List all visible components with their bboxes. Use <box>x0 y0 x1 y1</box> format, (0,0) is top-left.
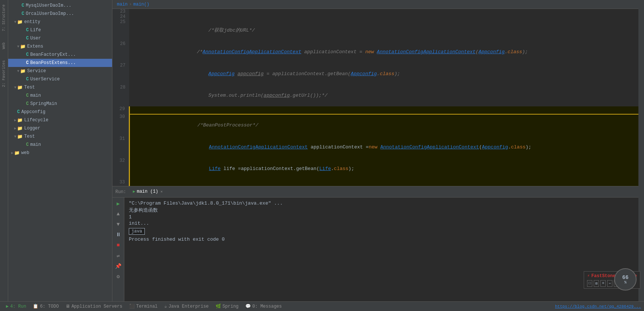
run-restart-btn[interactable]: ▶ <box>114 199 123 208</box>
stop-btn[interactable]: ■ <box>114 241 123 250</box>
code-line-28: 28 System.out.println(appconfig.getUrl()… <box>112 85 638 107</box>
fs-icon-4[interactable]: ✂ <box>607 280 612 287</box>
tree-item-test2[interactable]: ▼ 📁 Test <box>8 132 112 141</box>
tree-item-mysqlUserDaoImpl[interactable]: C MysqlUserDaoIm... <box>8 1 112 10</box>
status-run-btn[interactable]: ▶ 4: Run <box>3 302 29 311</box>
code-line-33: 33 System.out.println(life.getName()); <box>112 180 638 186</box>
tree-item-orcalUserDaoImpl[interactable]: C OrcalUserDaoImp... <box>8 10 112 18</box>
zoom-unit: % <box>624 280 627 285</box>
pause-btn[interactable]: ⏸ <box>114 230 123 239</box>
tab-icon: ▶ <box>133 189 136 194</box>
class-icon: C <box>26 60 29 65</box>
tree-item-logger[interactable]: ▶ 📁 Logger <box>8 124 112 132</box>
fs-icon-1[interactable]: □ <box>587 280 592 287</box>
class-icon: C <box>26 28 29 33</box>
status-spring-btn[interactable]: 🌿 Spring <box>213 302 242 311</box>
todo-icon: 📋 <box>33 304 38 309</box>
left-tabs: 7: Structure Web 2: Favorites <box>0 0 8 301</box>
spring-icon: 🌿 <box>216 304 221 309</box>
output-no-constructor: 无参构造函数 <box>129 207 634 214</box>
code-line-29: 29 <box>112 106 638 114</box>
expand-arrow: ▼ <box>17 45 19 49</box>
code-line-31: 31 AnnotationConfigApplicationContext ap… <box>112 136 638 158</box>
run-toolbar: ▶ ▲ ▼ ⏸ ■ ⇌ 📌 ⚙ <box>112 198 124 301</box>
scroll-down-btn[interactable]: ▼ <box>114 220 123 229</box>
class-icon: C <box>22 3 24 8</box>
zoom-value: 66 <box>622 275 629 280</box>
status-url[interactable]: https://blog.csdn.net/qq_4286429... <box>555 304 641 309</box>
run-tab-main[interactable]: ▶ main (1) ✕ <box>129 186 166 198</box>
status-left: ▶ 4: Run 📋 6: TODO 🖥 Application Servers… <box>3 302 555 311</box>
class-g-icon: C <box>26 142 29 147</box>
tree-item-service[interactable]: ▼ 📁 Service <box>8 67 112 75</box>
code-line-30: 30 /*BeanPostProcessor*/ <box>112 114 638 137</box>
status-right: https://blog.csdn.net/qq_4286429... <box>555 304 641 309</box>
scroll-up-btn[interactable]: ▲ <box>114 209 123 218</box>
class-icon: C <box>26 52 29 57</box>
main-area: 7: Structure Web 2: Favorites C MysqlUse… <box>0 0 644 301</box>
status-bar: ▶ 4: Run 📋 6: TODO 🖥 Application Servers… <box>0 301 644 311</box>
class-g-icon: C <box>26 93 29 98</box>
settings-btn[interactable]: ⚙ <box>114 272 123 281</box>
code-line-25: 25 /*获取jdbc的URL*/ <box>112 19 638 41</box>
folder-icon: 📁 <box>17 85 23 90</box>
tree-item-appconfig[interactable]: C Appconfig <box>8 108 112 116</box>
class-g-icon: C <box>26 101 29 106</box>
expand-arrow: ▶ <box>14 126 16 131</box>
terminal-icon: ⬛ <box>129 304 135 309</box>
code-line-26: 26 /*AnnotationConfigApplicationContext … <box>112 41 638 63</box>
tree-item-life[interactable]: C Life <box>8 26 112 34</box>
tree-item-beanFactory[interactable]: C BeanFactoryExt... <box>8 51 112 59</box>
app-servers-icon: 🖥 <box>66 304 70 309</box>
code-line-23: 23 <box>112 9 638 14</box>
tree-item-main2[interactable]: C main <box>8 141 112 149</box>
tree-item-lifecycle[interactable]: ▶ 📁 Lifecycle <box>8 116 112 124</box>
project-panel: C MysqlUserDaoIm... C OrcalUserDaoImp...… <box>8 0 112 301</box>
class-icon: C <box>26 36 29 41</box>
editor-area: main › main() 23 24 <box>112 0 638 301</box>
output-num: 1 <box>129 214 634 220</box>
tree-item-springMain[interactable]: C SpringMain <box>8 100 112 108</box>
expand-arrow: ▼ <box>17 69 19 73</box>
java-badge: java <box>129 228 145 235</box>
fs-icon-3[interactable]: ≡ <box>600 280 606 287</box>
tree-item-entity[interactable]: ▼ 📁 entity <box>8 18 112 26</box>
structure-tab[interactable]: 7: Structure <box>2 4 6 31</box>
status-terminal-btn[interactable]: ⬛ Terminal <box>126 302 161 311</box>
web-tab[interactable]: Web <box>2 42 6 49</box>
run-label: Run: <box>115 189 126 195</box>
class-icon: C <box>22 11 24 16</box>
status-todo-btn[interactable]: 📋 6: TODO <box>30 302 61 311</box>
expand-arrow: ▼ <box>14 86 16 90</box>
tree-item-user[interactable]: C User <box>8 34 112 42</box>
run-output: "C:\Program Files\Java\jdk1.8.0_171\bin\… <box>124 198 638 301</box>
folder-icon: 📁 <box>20 44 26 49</box>
close-tab-btn[interactable]: ✕ <box>160 189 163 194</box>
wrap-btn[interactable]: ⇌ <box>114 251 123 260</box>
breadcrumb-main[interactable]: main <box>117 2 128 7</box>
class-icon: C <box>26 77 29 82</box>
status-messages-btn[interactable]: 💬 0: Messages <box>242 302 285 311</box>
right-scrollbar[interactable] <box>638 0 644 301</box>
tree-item-userService[interactable]: C UserService <box>8 75 112 83</box>
pin-btn[interactable]: 📌 <box>114 262 123 270</box>
tree-item-extens[interactable]: ▼ 📁 Extens <box>8 42 112 51</box>
tree-item-beanPostExtens[interactable]: C BeanPostExtens... <box>8 59 112 67</box>
code-editor[interactable]: 23 24 25 /*获取jdbc的URL*/ <box>112 9 638 186</box>
favorites-tab[interactable]: 2: Favorites <box>2 60 6 87</box>
fs-icon-2[interactable]: ⊞ <box>594 280 599 287</box>
status-java-enterprise-btn[interactable]: ☕ Java Enterprise <box>161 302 211 311</box>
code-line-27: 27 Appconfig appconfig = applicationCont… <box>112 63 638 85</box>
messages-icon: 💬 <box>245 304 251 309</box>
folder-icon: 📁 <box>17 126 23 131</box>
tree-item-test1[interactable]: ▼ 📁 Test <box>8 83 112 92</box>
tree-item-main[interactable]: C main <box>8 92 112 100</box>
output-cmd: "C:\Program Files\Java\jdk1.8.0_171\bin\… <box>129 201 634 206</box>
tree-item-web[interactable]: ▶ 📁 web <box>8 149 112 157</box>
run-tabs: Run: ▶ main (1) ✕ <box>112 186 638 198</box>
java-enterprise-icon: ☕ <box>164 304 167 309</box>
status-app-servers-btn[interactable]: 🖥 Application Servers <box>63 302 125 311</box>
breadcrumb-method[interactable]: main() <box>133 2 149 7</box>
folder-icon: 📁 <box>17 134 23 140</box>
class-icon: C <box>17 109 20 115</box>
